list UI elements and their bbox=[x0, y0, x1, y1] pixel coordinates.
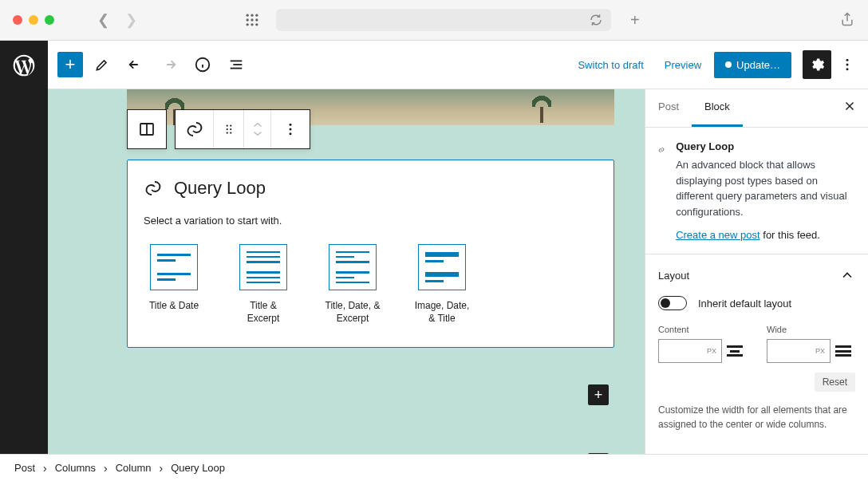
chevron-right-icon: › bbox=[43, 462, 47, 475]
variation-label: Title, Date, & Excerpt bbox=[322, 300, 383, 325]
info-icon[interactable] bbox=[188, 50, 217, 79]
browser-back[interactable]: ❮ bbox=[93, 11, 114, 29]
variation-title-date-excerpt[interactable]: Title, Date, & Excerpt bbox=[322, 244, 383, 325]
update-button[interactable]: Update… bbox=[714, 52, 791, 78]
variation-preview-icon bbox=[150, 244, 198, 290]
inherit-layout-label: Inherit default layout bbox=[698, 298, 791, 309]
drag-handle-icon[interactable] bbox=[214, 110, 244, 148]
svg-point-20 bbox=[226, 124, 227, 126]
editor-canvas[interactable]: Query Loop Select a variation to start w… bbox=[48, 89, 645, 481]
query-loop-icon bbox=[658, 140, 665, 160]
breadcrumbs: Post › Columns › Column › Query Loop bbox=[0, 454, 868, 481]
url-bar[interactable] bbox=[276, 9, 611, 31]
browser-chrome: ❮ ❯ + bbox=[0, 0, 868, 41]
switch-to-draft-link[interactable]: Switch to draft bbox=[570, 59, 651, 71]
block-subtitle: Select a variation to start with. bbox=[144, 215, 598, 227]
variation-label: Image, Date, & Title bbox=[412, 300, 472, 325]
content-width-input[interactable]: PX bbox=[658, 339, 722, 363]
preview-link[interactable]: Preview bbox=[657, 59, 709, 71]
variation-preview-icon bbox=[418, 244, 466, 290]
more-menu[interactable] bbox=[836, 57, 858, 73]
svg-point-25 bbox=[230, 132, 231, 133]
variation-title-date[interactable]: Title & Date bbox=[144, 244, 204, 325]
add-block-button[interactable]: + bbox=[57, 52, 83, 77]
unsaved-dot-icon bbox=[725, 61, 732, 68]
select-parent-icon[interactable] bbox=[128, 110, 166, 148]
new-tab[interactable]: + bbox=[630, 11, 640, 30]
svg-point-5 bbox=[255, 18, 258, 21]
svg-point-26 bbox=[290, 124, 292, 126]
justify-center-icon[interactable] bbox=[727, 343, 743, 359]
query-loop-icon bbox=[144, 179, 163, 198]
variation-title-excerpt[interactable]: Title & Excerpt bbox=[233, 244, 294, 325]
sidebar-tabs: Post Block bbox=[645, 89, 868, 128]
variation-label: Title & Excerpt bbox=[233, 300, 294, 325]
chevron-right-icon: › bbox=[104, 462, 108, 475]
layout-panel: Layout Inherit default layout Content PX bbox=[645, 254, 868, 444]
svg-point-8 bbox=[255, 23, 258, 26]
reload-icon[interactable] bbox=[589, 13, 603, 27]
svg-point-6 bbox=[247, 23, 249, 26]
window-close[interactable] bbox=[13, 15, 22, 25]
outline-icon[interactable] bbox=[222, 50, 251, 79]
block-type-icon[interactable] bbox=[176, 110, 214, 148]
svg-point-28 bbox=[290, 132, 292, 135]
settings-button[interactable] bbox=[803, 50, 831, 79]
variation-preview-icon bbox=[239, 244, 287, 290]
layout-panel-header[interactable]: Layout bbox=[658, 267, 855, 283]
create-post-suffix: for this feed. bbox=[760, 229, 820, 241]
content-width-label: Content bbox=[658, 325, 743, 334]
traffic-lights bbox=[13, 15, 54, 25]
wide-width-input[interactable]: PX bbox=[767, 339, 831, 363]
add-block-inline[interactable]: + bbox=[588, 384, 609, 405]
svg-point-27 bbox=[290, 128, 292, 131]
layout-description: Customize the width for all elements tha… bbox=[658, 403, 855, 432]
svg-point-16 bbox=[846, 64, 849, 66]
breadcrumb-item[interactable]: Post bbox=[14, 462, 35, 474]
browser-forward[interactable]: ❯ bbox=[120, 11, 142, 29]
update-label: Update… bbox=[736, 59, 780, 71]
move-up-down-icon[interactable] bbox=[244, 110, 271, 148]
svg-point-7 bbox=[251, 23, 253, 26]
breadcrumb-item[interactable]: Column bbox=[116, 462, 152, 474]
wide-width-label: Wide bbox=[767, 325, 851, 334]
svg-point-21 bbox=[230, 124, 231, 126]
svg-point-2 bbox=[255, 14, 258, 17]
svg-point-3 bbox=[247, 18, 249, 21]
inherit-layout-toggle[interactable] bbox=[658, 296, 687, 310]
block-options-icon[interactable] bbox=[271, 110, 310, 148]
layout-panel-title: Layout bbox=[658, 270, 689, 282]
variation-label: Title & Date bbox=[149, 300, 199, 313]
window-minimize[interactable] bbox=[29, 15, 38, 25]
create-post-link[interactable]: Create a new post bbox=[676, 229, 760, 241]
apps-icon[interactable] bbox=[244, 12, 260, 28]
close-sidebar[interactable] bbox=[831, 89, 868, 127]
wordpress-logo-icon[interactable] bbox=[11, 53, 37, 78]
edit-tool-icon[interactable] bbox=[88, 50, 116, 79]
svg-point-22 bbox=[226, 128, 227, 130]
breadcrumb-item[interactable]: Query Loop bbox=[171, 462, 225, 474]
window-maximize[interactable] bbox=[45, 15, 54, 25]
query-loop-block[interactable]: Query Loop Select a variation to start w… bbox=[127, 160, 614, 348]
breadcrumb-item[interactable]: Columns bbox=[55, 462, 96, 474]
svg-point-1 bbox=[251, 14, 253, 17]
block-info-title: Query Loop bbox=[676, 140, 855, 152]
svg-point-4 bbox=[251, 18, 253, 21]
block-toolbar bbox=[127, 109, 310, 149]
redo-button[interactable] bbox=[155, 50, 183, 79]
svg-point-17 bbox=[846, 68, 849, 70]
layout-reset-button[interactable]: Reset bbox=[815, 373, 855, 392]
svg-point-23 bbox=[230, 128, 231, 130]
tab-post[interactable]: Post bbox=[645, 89, 692, 127]
tab-block[interactable]: Block bbox=[692, 89, 743, 127]
chevron-right-icon: › bbox=[159, 462, 163, 475]
variation-image-date-title[interactable]: Image, Date, & Title bbox=[412, 244, 472, 325]
share-icon[interactable] bbox=[839, 11, 855, 30]
justify-wide-icon[interactable] bbox=[835, 343, 851, 359]
admin-rail bbox=[0, 41, 48, 481]
settings-sidebar: Post Block Query Loop An advanced block … bbox=[645, 89, 868, 481]
block-info-desc: An advanced block that allows displaying… bbox=[676, 157, 855, 219]
undo-button[interactable] bbox=[121, 50, 150, 79]
block-info: Query Loop An advanced block that allows… bbox=[645, 128, 868, 254]
svg-point-15 bbox=[846, 59, 849, 61]
